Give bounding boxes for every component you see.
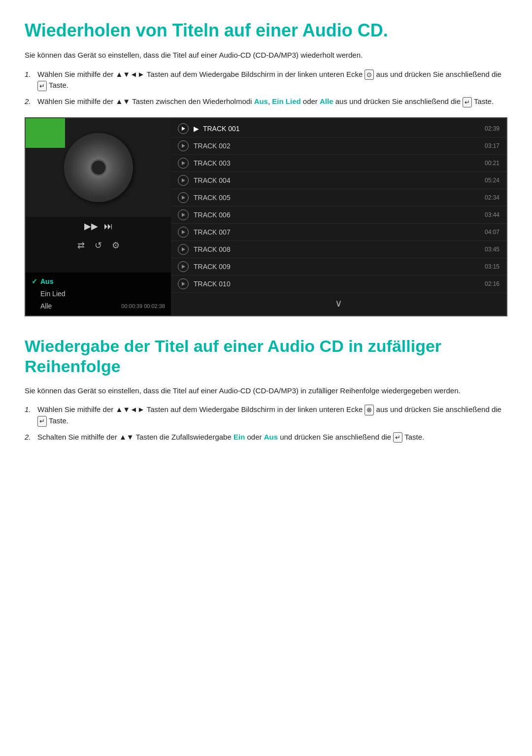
svg-marker-2 — [182, 161, 185, 165]
track-name-9: TRACK 009 — [194, 262, 485, 272]
step-1-text: Wählen Sie mithilfe der ▲▼◄► Tasten auf … — [37, 69, 507, 92]
section2-steps: 1. Wählen Sie mithilfe der ▲▼◄► Tasten a… — [25, 404, 507, 443]
step-1-num: 1. — [25, 69, 33, 80]
step2-2: 2. Schalten Sie mithilfe der ▲▼ Tasten d… — [25, 432, 507, 443]
step2-2-text: Schalten Sie mithilfe der ▲▼ Tasten die … — [37, 432, 507, 443]
repeat-aus[interactable]: ✓ Aus — [32, 275, 165, 288]
green-background — [26, 118, 65, 148]
svg-marker-7 — [182, 247, 185, 251]
player-ui: ✓ Aus Ein Lied Alle 00:00:39 00:02:38 ▶▶… — [25, 117, 507, 316]
track-duration-2: 03:17 — [485, 141, 499, 150]
cd-disc — [64, 133, 133, 202]
step-2: 2. Wählen Sie mithilfe der ▲▼ Tasten zwi… — [25, 96, 507, 107]
track-duration-1: 02:39 — [485, 124, 499, 133]
section1-steps: 1. Wählen Sie mithilfe der ▲▼◄► Tasten a… — [25, 69, 507, 107]
svg-marker-1 — [182, 144, 185, 148]
repeat-menu: ✓ Aus Ein Lied Alle 00:00:39 00:02:38 — [26, 273, 171, 315]
repeat-ein-lied[interactable]: Ein Lied — [32, 288, 165, 300]
svg-marker-0 — [182, 127, 185, 131]
track-item-5[interactable]: TRACK 00502:34 — [171, 189, 506, 206]
repeat-alle-label: Alle — [40, 301, 52, 311]
svg-marker-8 — [182, 265, 185, 269]
enter-icon-s2: ↵ — [393, 432, 402, 443]
track-name-2: TRACK 002 — [194, 141, 485, 151]
repeat-icon-btn[interactable]: ↺ — [95, 239, 102, 252]
repeat-ein-lied-label: Ein Lied — [40, 289, 66, 299]
track-item-8[interactable]: TRACK 00803:45 — [171, 241, 506, 258]
track-play-icon-5 — [178, 192, 189, 203]
track-duration-7: 04:07 — [485, 228, 499, 237]
track-play-icon-2 — [178, 140, 189, 151]
cd-area — [26, 118, 171, 217]
track-name-7: TRACK 007 — [194, 227, 485, 238]
track-item-2[interactable]: TRACK 00203:17 — [171, 137, 506, 155]
track-item-3[interactable]: TRACK 00300:21 — [171, 155, 506, 172]
track-name-10: TRACK 010 — [194, 279, 485, 289]
track-name-4: TRACK 004 — [194, 175, 485, 186]
track-duration-4: 05:24 — [485, 176, 499, 185]
section1-intro: Sie können das Gerät so einstellen, dass… — [25, 50, 507, 61]
track-play-icon-3 — [178, 158, 189, 169]
track-duration-5: 02:34 — [485, 193, 499, 202]
track-duration-6: 03:44 — [485, 210, 499, 219]
checkmark-icon: ✓ — [32, 276, 37, 287]
track-play-icon-9 — [178, 261, 189, 272]
track-play-icon-6 — [178, 209, 189, 220]
track-duration-9: 03:15 — [485, 262, 499, 271]
bottom-buttons: ⇄ ↺ ⚙ — [72, 236, 125, 255]
highlight-aus: Aus — [254, 97, 268, 105]
track-item-10[interactable]: TRACK 01002:16 — [171, 275, 506, 293]
step-2-num: 2. — [25, 96, 33, 107]
track-item-4[interactable]: TRACK 00405:24 — [171, 172, 506, 189]
step2-1-num: 1. — [25, 404, 33, 415]
play-arrow: ▶ — [194, 125, 201, 133]
highlight-alle: Alle — [320, 97, 333, 105]
track-item-7[interactable]: TRACK 00704:07 — [171, 224, 506, 241]
track-duration-8: 03:45 — [485, 245, 499, 254]
controls-row: ▶▶ ⏭ — [84, 217, 113, 236]
step2-1-text: Wählen Sie mithilfe der ▲▼◄► Tasten auf … — [37, 404, 507, 427]
section1-title: Wiederholen von Titeln auf einer Audio C… — [25, 20, 507, 41]
step-1: 1. Wählen Sie mithilfe der ▲▼◄► Tasten a… — [25, 69, 507, 92]
shuffle-icon[interactable]: ⇄ — [77, 239, 85, 252]
track-name-1: ▶ TRACK 001 — [194, 124, 485, 134]
step2-1: 1. Wählen Sie mithilfe der ▲▼◄► Tasten a… — [25, 404, 507, 427]
enter-icon-1: ↵ — [37, 81, 47, 92]
skip-next-btn[interactable]: ⏭ — [104, 220, 113, 233]
enter-icon-s1: ↵ — [37, 416, 47, 427]
step-2-text: Wählen Sie mithilfe der ▲▼ Tasten zwisch… — [37, 96, 507, 107]
track-play-icon-10 — [178, 278, 189, 289]
repeat-icon: ⊙ — [365, 69, 374, 80]
section2-title: Wiedergabe der Titel auf einer Audio CD … — [25, 336, 507, 377]
svg-marker-4 — [182, 196, 185, 200]
fast-forward-btn[interactable]: ▶▶ — [84, 220, 98, 233]
shuffle-icon-inline: ⊗ — [365, 405, 374, 415]
track-item-6[interactable]: TRACK 00603:44 — [171, 206, 506, 224]
highlight-aus2: Aus — [264, 433, 278, 441]
track-item-1[interactable]: ▶ TRACK 00102:39 — [171, 120, 506, 137]
svg-marker-5 — [182, 213, 185, 217]
track-item-9[interactable]: TRACK 00903:15 — [171, 258, 506, 275]
step2-2-num: 2. — [25, 432, 33, 443]
player-left-panel: ✓ Aus Ein Lied Alle 00:00:39 00:02:38 ▶▶… — [26, 118, 171, 315]
svg-marker-9 — [182, 282, 185, 286]
track-play-icon-1 — [178, 123, 189, 134]
scroll-down-arrow[interactable]: ∨ — [171, 293, 506, 313]
svg-marker-6 — [182, 230, 185, 234]
section2-intro: Sie können das Gerät so einstellen, dass… — [25, 385, 507, 397]
track-name-8: TRACK 008 — [194, 244, 485, 255]
svg-marker-3 — [182, 178, 185, 182]
settings-icon[interactable]: ⚙ — [112, 239, 120, 252]
track-duration-3: 00:21 — [485, 159, 499, 168]
track-play-icon-8 — [178, 244, 189, 255]
track-play-icon-4 — [178, 175, 189, 186]
track-list-container: ▶ TRACK 00102:39TRACK 00203:17TRACK 0030… — [171, 120, 506, 293]
repeat-alle[interactable]: Alle 00:00:39 00:02:38 — [32, 300, 165, 312]
enter-icon-2: ↵ — [463, 97, 472, 108]
track-play-icon-7 — [178, 227, 189, 238]
track-list: ▶ TRACK 00102:39TRACK 00203:17TRACK 0030… — [171, 118, 506, 315]
track-name-6: TRACK 006 — [194, 210, 485, 220]
highlight-ein-lied: Ein Lied — [272, 97, 300, 105]
track-duration-10: 02:16 — [485, 279, 499, 288]
track-name-3: TRACK 003 — [194, 158, 485, 169]
